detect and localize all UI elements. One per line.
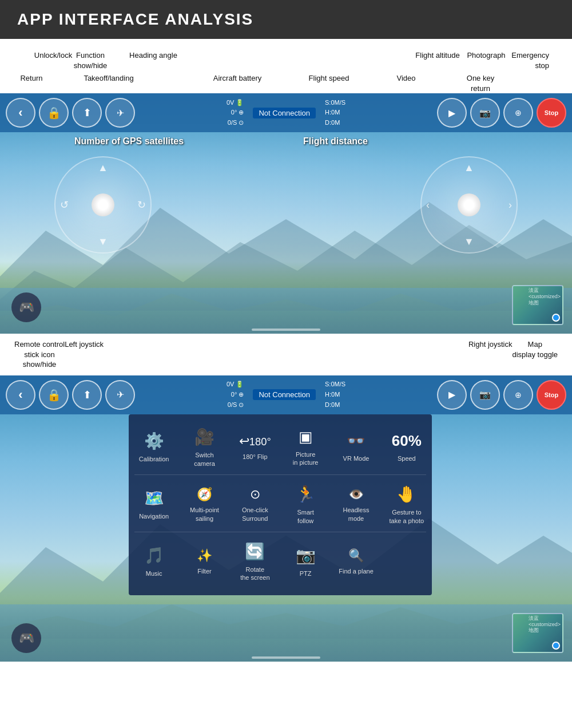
function-menu: ⚙️ Calibration 🎥 Switchcamera ↩180° 180°… [129, 414, 432, 595]
pip-label: Picturein picture [293, 450, 319, 467]
ptz-label: PTZ [300, 569, 312, 577]
calibration-icon: ⚙️ [144, 431, 164, 452]
ann-right-joystick: Right joystick [468, 339, 513, 370]
flight-distance-status-2: D:0M [325, 400, 345, 410]
video-button[interactable]: ▶ [437, 98, 467, 128]
menu-calibration[interactable]: ⚙️ Calibration [129, 420, 179, 472]
photo-button[interactable]: 📷 [470, 98, 500, 128]
filter-icon: ✨ [197, 548, 212, 564]
lock-button[interactable]: 🔒 [39, 98, 69, 128]
top-annotations: Unlock/lock Functionshow/hide Heading an… [0, 39, 572, 93]
surround-icon: ⊙ [250, 486, 260, 503]
menu-gesture-photo[interactable]: 🤚 Gesture totake a photo [382, 477, 432, 529]
ann-flight-altitude: Flight altitude [412, 50, 463, 70]
menu-smart-follow[interactable]: 🏃 Smartfollow [280, 477, 331, 529]
battery-status-2: 0V 🔋 [227, 379, 244, 390]
ann-function-show: Functionshow/hide [67, 50, 113, 70]
toolbar: ‹ 🔒 ⬆ ✈ 0V 🔋 0° ⊕ 0/S ⊙ Not Connection S… [0, 93, 572, 132]
return-button-2[interactable]: ‹ [6, 380, 35, 410]
menu-divider-2 [134, 532, 426, 532]
switch-camera-label: Switchcamera [194, 451, 215, 468]
speed-status: 0/S ⊙ [227, 118, 244, 128]
gesture-photo-label: Gesture totake a photo [390, 508, 424, 525]
photo-button-2[interactable]: 📷 [470, 380, 500, 410]
map-thumbnail-2[interactable]: 淡蓝<customized>地图 [512, 613, 563, 653]
toolbar-center-2: 0V 🔋 0° ⊕ 0/S ⊙ Not Connection S:0M/S H:… [135, 379, 437, 410]
rc-icon-button-2[interactable]: 🎮 [11, 623, 41, 653]
menu-ptz[interactable]: 📷 PTZ [280, 535, 331, 587]
headless-label: Headlessmode [343, 506, 370, 523]
joystick-dot [92, 193, 114, 216]
toolbar-right-2: ▶ 📷 ⊕ Stop [437, 380, 566, 410]
stop-button-2[interactable]: Stop [537, 380, 566, 410]
takeoff-button-2[interactable]: ⬆ [72, 380, 102, 410]
takeoff-button[interactable]: ⬆ [72, 98, 102, 128]
toolbar-center: 0V 🔋 0° ⊕ 0/S ⊙ Not Connection S:0M/S H:… [135, 98, 437, 128]
header-title: APP INTERFACE ANALYSIS [17, 10, 253, 28]
rotate-icon: 🔄 [245, 541, 265, 562]
drone-button-2[interactable]: ✈ [105, 380, 135, 410]
ann-aircraft-battery: Aircraft battery [206, 73, 269, 93]
menu-filter[interactable]: ✨ Filter [179, 535, 229, 587]
menu-switch-camera[interactable]: 🎥 Switchcamera [179, 420, 229, 472]
flight-distance-status: D:0M [325, 118, 345, 128]
menu-surround[interactable]: ⊙ One-clickSurround [230, 477, 280, 529]
bottom-annotations: Remote controlstick iconshow/hide Left j… [0, 334, 572, 375]
page-header: APP INTERFACE ANALYSIS [0, 0, 572, 39]
lock-button-2[interactable]: 🔒 [39, 380, 69, 410]
menu-music[interactable]: 🎵 Music [129, 535, 179, 587]
stop-button[interactable]: Stop [537, 98, 566, 128]
menu-find-plane[interactable]: 🔍 Find a plane [331, 535, 381, 587]
menu-multipoint[interactable]: 🧭 Multi-pointsailing [179, 477, 229, 529]
drone-button[interactable]: ✈ [105, 98, 135, 128]
drone-ui-panel-2: ‹ 🔒 ⬆ ✈ 0V 🔋 0° ⊕ 0/S ⊙ Not Connection S… [0, 375, 572, 662]
multipoint-icon: 🧭 [197, 486, 212, 503]
menu-navigation[interactable]: 🗺️ Navigation [129, 477, 179, 529]
menu-row-3: 🎵 Music ✨ Filter 🔄 Rotatethe screen 📷 PT… [129, 535, 432, 587]
left-joystick[interactable]: ▲ ▼ ↺ ↻ [54, 156, 152, 254]
menu-rotate[interactable]: 🔄 Rotatethe screen [230, 535, 280, 587]
joystick-left-arrow: ↺ [60, 199, 69, 211]
one-key-return-button-2[interactable]: ⊕ [503, 380, 533, 410]
headless-icon: 👁️ [348, 486, 364, 503]
toolbar-left: ‹ 🔒 ⬆ ✈ [6, 98, 135, 128]
rc-icon-button[interactable]: 🎮 [11, 292, 41, 322]
menu-speed[interactable]: 60% Speed [382, 420, 432, 472]
ann-map-toggle: Mapdisplay toggle [513, 339, 558, 370]
ann-flight-speed: Flight speed [303, 73, 355, 93]
menu-180-flip[interactable]: ↩180° 180° Flip [230, 420, 280, 472]
r-joystick-up-arrow: ▲ [464, 162, 474, 174]
drone-ui-panel-1: ‹ 🔒 ⬆ ✈ 0V 🔋 0° ⊕ 0/S ⊙ Not Connection S… [0, 93, 572, 334]
toolbar-left-2: ‹ 🔒 ⬆ ✈ [6, 380, 135, 410]
ann-return: Return [17, 73, 46, 93]
flight-speed-status: S:0M/S [325, 98, 345, 108]
toolbar-right: ▶ 📷 ⊕ Stop [437, 98, 566, 128]
menu-row-2: 🗺️ Navigation 🧭 Multi-pointsailing ⊙ One… [129, 477, 432, 529]
map-thumbnail[interactable]: 淡蓝<customized>地图 [512, 285, 563, 325]
r-joystick-left-arrow: ‹ [426, 199, 430, 211]
multipoint-label: Multi-pointsailing [190, 506, 219, 523]
return-button[interactable]: ‹ [6, 98, 35, 128]
r-joystick-dot [458, 193, 480, 216]
ann-one-key-return: One keyreturn [458, 73, 503, 93]
surround-label: One-clickSurround [242, 506, 268, 523]
scroll-indicator [252, 329, 320, 331]
video-button-2[interactable]: ▶ [437, 380, 467, 410]
smart-follow-icon: 🏃 [296, 484, 316, 505]
menu-vr-mode[interactable]: 👓 VR Mode [331, 420, 381, 472]
flight-speed-status-2: S:0M/S [325, 379, 345, 390]
navigation-icon: 🗺️ [144, 488, 164, 509]
vr-label: VR Mode [343, 454, 370, 462]
ann-emergency-stop: Emergencystop [509, 50, 555, 70]
filter-label: Filter [197, 567, 211, 575]
music-icon: 🎵 [144, 545, 164, 566]
menu-headless[interactable]: 👁️ Headlessmode [331, 477, 381, 529]
ann-rc-show: Remote controlstick iconshow/hide [14, 339, 65, 370]
right-joystick[interactable]: ▲ ▼ ‹ › [420, 156, 518, 254]
map-label-text: 淡蓝<customized>地图 [529, 287, 561, 306]
rotate-label: Rotatethe screen [240, 565, 269, 582]
find-plane-label: Find a plane [339, 567, 374, 575]
menu-picture-in-picture[interactable]: ▣ Picturein picture [280, 420, 331, 472]
one-key-return-button[interactable]: ⊕ [503, 98, 533, 128]
pip-icon: ▣ [299, 428, 313, 447]
